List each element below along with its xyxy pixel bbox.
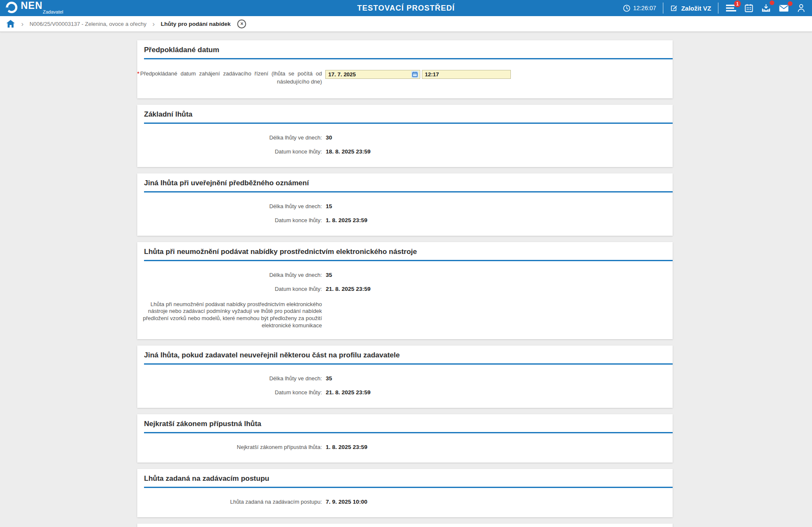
field-row: Lhůta zadaná na zadávacím postupu: 7. 9.… — [137, 495, 673, 509]
section-predpokladane-datum: Předpokládané datum *Předpokládané datum… — [137, 40, 673, 98]
field-value: 21. 8. 2025 23:59 — [325, 286, 371, 292]
field-row: Délka lhůty ve dnech: 15 — [137, 199, 673, 213]
section-datum-prednaplneni: Datum pro přednaplnění lhůty *Datum pro … — [137, 524, 673, 527]
field-label: Délka lhůty ve dnech: — [137, 375, 325, 382]
person-icon — [797, 4, 805, 12]
main-content: Předpokládané datum *Předpokládané datum… — [0, 32, 812, 527]
field-label: Délka lhůty ve dnech: — [137, 203, 325, 209]
field-row: Nejkratší zákonem přípustná lhůta: 1. 8.… — [137, 440, 673, 454]
field-row: Datum konce lhůty: 18. 8. 2025 23:59 — [137, 145, 673, 159]
field-value: 1. 8. 2025 23:59 — [325, 444, 367, 450]
clock-time: 12:26:07 — [633, 5, 657, 11]
section-title: Datum pro přednaplnění lhůty — [137, 524, 673, 527]
session-clock: 12:26:07 — [623, 5, 657, 12]
field-label: Datum konce lhůty: — [137, 389, 325, 396]
section-title: Lhůta při neumožnění podávat nabídky pro… — [137, 242, 673, 260]
field-row: Délka lhůty ve dnech: 35 — [137, 371, 673, 385]
start-date-input[interactable] — [325, 70, 420, 79]
section-title: Nejkratší zákonem přípustná lhůta — [137, 414, 673, 432]
user-profile-button[interactable] — [796, 3, 806, 13]
section-lhuta-neumozneni-elektronicky-nastroj: Lhůta při neumožnění podávat nabídky pro… — [137, 242, 673, 340]
breadcrumb-separator: › — [152, 20, 155, 28]
breadcrumb: › N006/25/V00003137 - Zelenina, ovoce a … — [0, 16, 812, 32]
field-label: Lhůta zadaná na zadávacím postupu: — [137, 499, 325, 505]
field-value: 15 — [325, 203, 332, 209]
field-value: 30 — [325, 134, 332, 141]
messages-button[interactable] — [778, 4, 790, 13]
section-note: Lhůta při neumožnění podávat nabídky pro… — [137, 296, 325, 331]
section-title: Jiná lhůta při uveřejnění předběžného oz… — [137, 173, 673, 191]
create-vz-label: Založit VZ — [681, 5, 711, 12]
nen-logo-icon — [6, 2, 17, 13]
download-tray-icon — [762, 4, 770, 12]
section-jina-lhuta-profil-zadavatele: Jiná lhůta, pokud zadavatel neuveřejnil … — [137, 346, 673, 408]
header-separator — [663, 3, 663, 14]
envelope-icon — [779, 5, 789, 12]
tasks-menu-button[interactable]: 1 — [725, 3, 737, 13]
section-title: Základní lhůta — [137, 105, 673, 123]
calendar-picker-icon[interactable] — [411, 71, 418, 78]
section-lhuta-zadana-na-postupu: Lhůta zadaná na zadávacím postupu Lhůta … — [137, 469, 673, 517]
messages-notification-dot — [788, 1, 793, 6]
breadcrumb-item-current: Lhůty pro podání nabídek — [161, 21, 230, 27]
field-label: Datum konce lhůty: — [137, 286, 325, 292]
nen-logo[interactable]: NEN Zadavatel — [6, 1, 43, 15]
section-nejkratsi-zakonem-pripustna: Nejkratší zákonem přípustná lhůta Nejkra… — [137, 414, 673, 463]
tasks-badge: 1 — [734, 0, 741, 7]
field-value: 35 — [325, 375, 332, 382]
calendar-button[interactable] — [744, 3, 754, 13]
field-row: Délka lhůty ve dnech: 30 — [137, 131, 673, 145]
field-label: Délka lhůty ve dnech: — [137, 134, 325, 141]
field-label: Nejkratší zákonem přípustná lhůta: — [137, 444, 325, 450]
close-tab-icon[interactable]: × — [237, 20, 246, 28]
field-value: 1. 8. 2025 23:59 — [325, 217, 367, 223]
inbox-notification-dot — [770, 0, 774, 5]
field-row: Datum konce lhůty: 21. 8. 2025 23:59 — [137, 385, 673, 399]
required-marker: * — [137, 70, 139, 77]
logo-title: NEN — [21, 1, 43, 11]
field-label: *Předpokládané datum zahájení zadávacího… — [137, 70, 325, 86]
logo-subtitle: Zadavatel — [43, 10, 65, 14]
breadcrumb-item-procurement[interactable]: N006/25/V00003137 - Zelenina, ovoce a oř… — [30, 21, 147, 27]
start-time-input[interactable] — [422, 70, 511, 79]
field-label: Datum konce lhůty: — [137, 148, 325, 155]
section-title: Předpokládané datum — [137, 40, 673, 58]
calendar-icon — [745, 4, 753, 12]
clock-icon — [623, 5, 630, 12]
section-title: Lhůta zadaná na zadávacím postupu — [137, 469, 673, 487]
edit-icon — [670, 4, 678, 12]
field-label: Délka lhůty ve dnech: — [137, 272, 325, 278]
field-row: Datum konce lhůty: 21. 8. 2025 23:59 — [137, 282, 673, 296]
field-label: Datum konce lhůty: — [137, 217, 325, 223]
home-icon[interactable] — [6, 20, 15, 28]
breadcrumb-separator: › — [21, 20, 24, 28]
field-value: 7. 9. 2025 10:00 — [325, 499, 367, 505]
section-title: Jiná lhůta, pokud zadavatel neuveřejnil … — [137, 346, 673, 363]
create-vz-button[interactable]: Založit VZ — [670, 4, 711, 12]
header-separator — [718, 3, 718, 14]
field-row: Datum konce lhůty: 1. 8. 2025 23:59 — [137, 213, 673, 227]
field-value: 21. 8. 2025 23:59 — [325, 389, 371, 396]
field-value: 35 — [325, 272, 332, 278]
field-value: 18. 8. 2025 23:59 — [325, 148, 371, 155]
field-row: Délka lhůty ve dnech: 35 — [137, 268, 673, 282]
section-zakladni-lhuta: Základní lhůta Délka lhůty ve dnech: 30 … — [137, 105, 673, 167]
section-jina-lhuta-predbezne-oznameni: Jiná lhůta při uveřejnění předběžného oz… — [137, 173, 673, 236]
inbox-download-button[interactable] — [761, 3, 771, 13]
app-header: NEN Zadavatel TESTOVACÍ PROSTŘEDÍ 12:26:… — [0, 0, 812, 16]
